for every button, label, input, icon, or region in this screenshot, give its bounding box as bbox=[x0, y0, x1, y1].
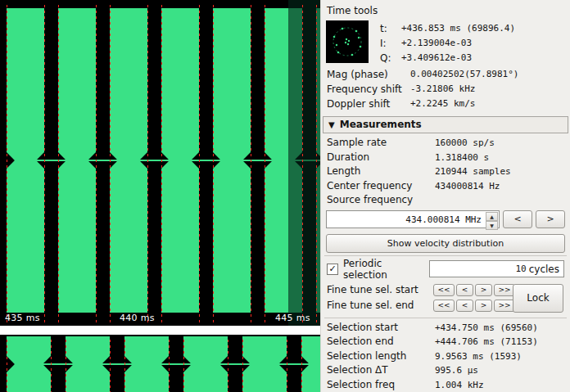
carrier-line bbox=[278, 363, 310, 365]
cycle-marker bbox=[183, 340, 184, 392]
row-label: Mag (phase) bbox=[327, 67, 410, 82]
cursor-i-row: I:+2.139004e-03 bbox=[378, 36, 565, 51]
cursor-readout-block: t:+436.853 ms (69896.4) I:+2.139004e-03 … bbox=[323, 19, 568, 67]
cycle-marker bbox=[228, 340, 228, 392]
row-value: 9.9563 ms (1593) bbox=[435, 349, 564, 364]
source-frequency-row: Source frequency bbox=[323, 193, 568, 208]
cycle-marker bbox=[287, 340, 287, 392]
separator bbox=[324, 255, 567, 256]
row-value: +434.750 ms (69560) bbox=[435, 321, 564, 336]
row-value bbox=[435, 193, 564, 208]
carrier-line bbox=[139, 160, 170, 161]
cycle-marker bbox=[199, 5, 200, 326]
fine-tune-end-label: Fine tune sel. end bbox=[327, 300, 433, 311]
row-value: +444.706 ms (71153) bbox=[435, 335, 564, 349]
center-frequency-row: Center frequency434000814 Hz bbox=[323, 179, 568, 194]
carrier-line bbox=[191, 160, 221, 161]
carrier-line bbox=[161, 363, 192, 365]
selection-freq-row: Selection freq1.004 kHz bbox=[323, 378, 568, 392]
periodic-selection-checkbox[interactable]: ✓ bbox=[327, 264, 338, 275]
collapse-arrow-icon: ▼ bbox=[328, 119, 335, 131]
cycle-marker bbox=[242, 340, 243, 392]
row-value: +2.2245 km/s bbox=[410, 97, 564, 111]
start-big-decrement-button[interactable]: << bbox=[433, 284, 455, 296]
periodic-selection-row: ✓ Periodic selection 10 cycles bbox=[323, 259, 568, 280]
time-window: 435 ms 440 ms 445 ms Time tools t:+4 bbox=[0, 0, 570, 392]
carrier-line bbox=[36, 160, 66, 161]
row-label: Doppler shift bbox=[327, 97, 410, 111]
time-axis-label: 435 ms bbox=[5, 313, 40, 323]
lock-button[interactable]: Lock bbox=[513, 284, 563, 313]
cycle-marker bbox=[251, 5, 251, 326]
panel-title: Time tools bbox=[323, 3, 568, 19]
check-icon: ✓ bbox=[328, 264, 336, 273]
tiq-readout: t:+436.853 ms (69896.4) I:+2.139004e-03 … bbox=[378, 20, 565, 65]
separator bbox=[324, 318, 567, 318]
frequency-shift-row: Frequency shift-3.21806 kHz bbox=[323, 82, 568, 97]
start-increment-button[interactable]: > bbox=[475, 284, 492, 296]
frequency-decrement-button[interactable]: < bbox=[503, 210, 532, 228]
end-big-decrement-button[interactable]: << bbox=[433, 300, 455, 312]
row-value: 0.00402502(57.8981°) bbox=[410, 67, 564, 82]
row-label: Center frequency bbox=[327, 179, 435, 194]
row-label: Selection start bbox=[327, 321, 435, 336]
carrier-line bbox=[43, 363, 74, 365]
sample-rate-row: Sample rate160000 sp/s bbox=[323, 136, 568, 151]
cycle-marker bbox=[147, 5, 148, 326]
frequency-spinbox-value: 434.000814 MHz bbox=[405, 214, 482, 225]
selection-length-row: Selection length9.9563 ms (1593) bbox=[323, 349, 568, 364]
secondary-waveform-view[interactable] bbox=[0, 335, 320, 392]
row-value: 1.004 kHz bbox=[435, 378, 564, 392]
row-label: Selection ΔT bbox=[327, 363, 435, 378]
constellation-icon bbox=[326, 20, 369, 63]
cycle-marker bbox=[265, 5, 265, 326]
row-label: Selection freq bbox=[327, 378, 435, 392]
carrier-line bbox=[242, 160, 273, 161]
measurements-section-title: Measurements bbox=[340, 119, 422, 131]
row-label: Selection end bbox=[327, 335, 435, 349]
start-decrement-button[interactable]: < bbox=[456, 284, 473, 296]
row-label: Duration bbox=[327, 151, 435, 165]
cycle-marker bbox=[161, 5, 162, 326]
row-value: 210944 samples bbox=[435, 164, 564, 179]
row-value: 434000814 Hz bbox=[435, 179, 564, 194]
row-label: Selection length bbox=[327, 349, 435, 364]
row-value: 160000 sp/s bbox=[435, 136, 564, 151]
cycle-marker bbox=[301, 340, 302, 392]
cycle-marker bbox=[58, 5, 59, 326]
end-increment-button[interactable]: > bbox=[475, 300, 492, 312]
cursor-q-row: Q:+3.409612e-03 bbox=[378, 51, 565, 65]
carrier-line bbox=[88, 160, 118, 161]
cycles-value: 10 bbox=[515, 264, 526, 274]
carrier-line bbox=[102, 363, 133, 365]
row-label: t: bbox=[380, 21, 401, 36]
row-label: Source frequency bbox=[327, 193, 435, 208]
spin-up-button[interactable]: ▲ bbox=[486, 212, 498, 221]
row-label: Sample rate bbox=[327, 136, 435, 151]
row-value: -3.21806 kHz bbox=[410, 82, 564, 97]
cycle-marker bbox=[316, 5, 317, 326]
mag-phase-row: Mag (phase)0.00402502(57.8981°) bbox=[323, 67, 568, 82]
time-waveform-view[interactable]: 435 ms 440 ms 445 ms bbox=[0, 0, 320, 326]
end-decrement-button[interactable]: < bbox=[456, 300, 473, 312]
row-value: +2.139004e-03 bbox=[401, 36, 563, 51]
show-velocity-distribution-button[interactable]: Show velocity distribution bbox=[326, 234, 565, 253]
selection-delta-t-row: Selection ΔT995.6 µs bbox=[323, 363, 568, 378]
periodic-selection-label: Periodic selection bbox=[343, 258, 429, 281]
fine-tune-block: Fine tune sel. start << < > >> Fine tune… bbox=[323, 282, 568, 315]
cycle-marker bbox=[110, 340, 111, 392]
frequency-spinbox[interactable]: 434.000814 MHz ▲ ▼ bbox=[326, 210, 500, 228]
row-value: 995.6 µs bbox=[435, 363, 564, 378]
time-axis-label: 445 ms bbox=[275, 313, 310, 323]
row-label: Frequency shift bbox=[327, 82, 410, 97]
spin-down-button[interactable]: ▼ bbox=[486, 221, 498, 230]
cycle-marker bbox=[110, 5, 111, 326]
cycle-marker bbox=[96, 5, 97, 326]
cycle-marker bbox=[169, 340, 170, 392]
frequency-increment-button[interactable]: > bbox=[536, 210, 565, 228]
measurements-section-header[interactable]: ▼ Measurements bbox=[323, 116, 568, 133]
cycles-input[interactable]: 10 cycles bbox=[429, 260, 564, 277]
frequency-control-row: 434.000814 MHz ▲ ▼ < > bbox=[323, 208, 568, 229]
waveform-panel: 435 ms 440 ms 445 ms bbox=[0, 0, 320, 392]
cycle-marker bbox=[66, 340, 66, 392]
